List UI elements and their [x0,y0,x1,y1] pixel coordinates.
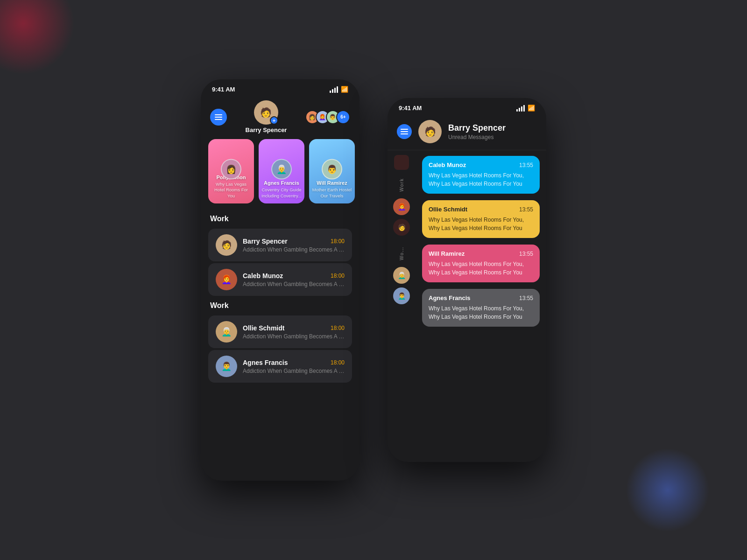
card-time-agnes-right: 13:55 [519,295,533,301]
story-card-will[interactable]: 👨 Will Ramirez Mother Earth Hostel Our T… [309,139,355,203]
msg-content-ollie: Ollie Schmidt 18:00 Addiction When Gambl… [243,324,345,340]
msg-top-caleb: Caleb Munoz 18:00 [243,272,345,280]
story-avatar-agnes: 👨‍🦳 [271,159,292,180]
sidebar-dark-block [394,155,409,170]
card-text-caleb: Why Las Vegas Hotel Rooms For You, Why L… [429,171,533,188]
msg-time-caleb: 18:00 [331,273,345,279]
card-text-will: Why Las Vegas Hotel Rooms For You, Why L… [429,260,533,277]
message-item-caleb[interactable]: 👩‍🦰 Caleb Munoz 18:00 Addiction When Gam… [208,263,352,296]
card-name-ollie: Ollie Schmidt [429,206,467,213]
msg-avatar-barry: 🧑 [216,234,237,256]
sidebar-av-ollie[interactable]: 👨‍🦳 [393,267,410,284]
card-text-agnes-right: Why Las Vegas Hotel Rooms For You, Why L… [429,304,533,321]
msg-preview-caleb: Addiction When Gambling Becomes A Pr... [243,281,345,287]
time-right: 9:41 AM [399,105,422,112]
story-avatar-will: 👨 [322,159,342,180]
msg-preview-agnes: Addiction When Gambling Becomes A Pr... [243,368,345,374]
msg-name-agnes: Agnes Francis [243,359,288,366]
story-desc-polly: Why Las Vegas Hotel Rooms For You [208,182,254,199]
wifi-icon-right: 📶 [528,105,535,112]
msg-preview-ollie: Addiction When Gambling Becomes A Pr... [243,333,345,340]
msg-top-ollie: Ollie Schmidt 18:00 [243,324,345,332]
card-top-ollie: Ollie Schmidt 13:55 [429,206,533,213]
right-messages: Caleb Munoz 13:55 Why Las Vegas Hotel Ro… [416,150,546,454]
sidebar-av-agnes[interactable]: 👨‍🦱 [393,287,410,304]
right-body: Work 👩‍🦰 🧑 Wo... 👨‍🦳 👨‍🦱 Caleb Munoz 13:… [388,150,546,454]
msg-top-agnes: Agnes Francis 18:00 [243,359,345,366]
card-time-caleb: 13:55 [519,162,533,168]
msg-content-barry: Barry Spencer 18:00 Addiction When Gambl… [243,238,345,253]
msg-top-barry: Barry Spencer 18:00 [243,238,345,245]
right-menu-button[interactable] [397,124,412,139]
wifi-icon: 📶 [341,86,348,93]
card-time-ollie: 13:55 [519,206,533,213]
right-title-name: Barry Spencer [448,123,537,133]
time-left: 9:41 AM [212,86,235,93]
profile-name: Barry Spencer [246,126,287,133]
right-sidebar: Work 👩‍🦰 🧑 Wo... 👨‍🦳 👨‍🦱 [388,150,416,454]
hamburger-icon [215,114,222,120]
signal-icon [330,86,338,93]
sidebar-section-work2: Wo... 👨‍🦳 👨‍🦱 [393,244,410,304]
msg-avatar-agnes: 👨‍🦱 [216,356,237,377]
message-item-ollie[interactable]: 👨‍🦳 Ollie Schmidt 18:00 Addiction When G… [208,315,352,348]
section-label-work-2: Work [201,298,359,314]
sidebar-av-caleb[interactable]: 👩‍🦰 [393,198,410,215]
status-bar-left: 9:41 AM 📶 [201,79,359,97]
right-hamburger-icon [401,129,408,134]
msg-card-ollie[interactable]: Ollie Schmidt 13:55 Why Las Vegas Hotel … [422,200,540,238]
section-label-work-1: Work [201,211,359,227]
profile-center: 🧑 + Barry Spencer [246,100,287,133]
right-title: Barry Spencer Unread Messages [448,123,537,140]
group-avatar-more[interactable]: 6+ [336,110,350,124]
status-bar-right: 9:41 AM 📶 [388,98,546,115]
story-desc-will: Mother Earth Hostel Our Travels [309,187,355,199]
right-phone: 9:41 AM 📶 🧑 Barry Spencer [388,98,546,462]
msg-content-caleb: Caleb Munoz 18:00 Addiction When Gamblin… [243,272,345,287]
sidebar-label-wo: Wo... [399,247,404,260]
right-header: 🧑 Barry Spencer Unread Messages [388,115,546,150]
signal-icon-right [516,105,525,112]
card-name-caleb: Caleb Munoz [429,161,466,168]
phones-container: 9:41 AM 📶 🧑 + [201,79,546,481]
story-name-agnes: Agnes Francis [264,180,299,186]
sidebar-section-work1: Work 👩‍🦰 🧑 [393,175,410,236]
story-name-will: Will Ramirez [317,180,347,186]
msg-time-barry: 18:00 [331,238,345,245]
status-icons-left: 📶 [330,86,348,93]
msg-card-agnes[interactable]: Agnes Francis 13:55 Why Las Vegas Hotel … [422,289,540,327]
sidebar-av-barry[interactable]: 🧑 [393,219,410,236]
msg-card-will[interactable]: Will Ramirez 13:55 Why Las Vegas Hotel R… [422,245,540,282]
card-time-will: 13:55 [519,251,533,257]
msg-avatar-caleb: 👩‍🦰 [216,269,237,290]
card-top-caleb: Caleb Munoz 13:55 [429,161,533,168]
bg-decoration-red [0,0,75,75]
stories-row: 👩 Polly Simon Why Las Vegas Hotel Rooms … [201,139,359,211]
msg-preview-barry: Addiction When Gambling Becomes A Pr... [243,246,345,253]
card-name-will: Will Ramirez [429,250,465,257]
right-title-sub: Unread Messages [448,134,537,140]
msg-name-caleb: Caleb Munoz [243,272,283,280]
story-card-agnes[interactable]: 👨‍🦳 Agnes Francis Coventry City Guide In… [259,139,304,203]
message-item-agnes[interactable]: 👨‍🦱 Agnes Francis 18:00 Addiction When G… [208,350,352,383]
message-item-barry[interactable]: 🧑 Barry Spencer 18:00 Addiction When Gam… [208,229,352,261]
msg-content-agnes: Agnes Francis 18:00 Addiction When Gambl… [243,359,345,374]
menu-button[interactable] [210,109,227,126]
msg-name-barry: Barry Spencer [243,238,288,245]
msg-time-ollie: 18:00 [331,325,345,331]
bg-decoration-blue [626,448,710,532]
story-card-polly[interactable]: 👩 Polly Simon Why Las Vegas Hotel Rooms … [208,139,254,203]
add-badge: + [270,116,278,125]
card-text-ollie: Why Las Vegas Hotel Rooms For You, Why L… [429,216,533,232]
right-profile-avatar[interactable]: 🧑 [418,120,442,143]
left-phone: 9:41 AM 📶 🧑 + [201,79,359,481]
story-avatar-polly: 👩 [221,159,241,180]
card-name-agnes-right: Agnes Francis [429,294,471,301]
card-top-will: Will Ramirez 13:55 [429,250,533,257]
phone-header-left: 🧑 + Barry Spencer 👩 👩‍🦰 👨 6+ [201,97,359,139]
msg-card-caleb[interactable]: Caleb Munoz 13:55 Why Las Vegas Hotel Ro… [422,156,540,194]
msg-time-agnes: 18:00 [331,359,345,366]
sidebar-label-work: Work [399,178,404,192]
msg-avatar-ollie: 👨‍🦳 [216,321,237,343]
profile-avatar-wrap[interactable]: 🧑 + [254,100,278,125]
